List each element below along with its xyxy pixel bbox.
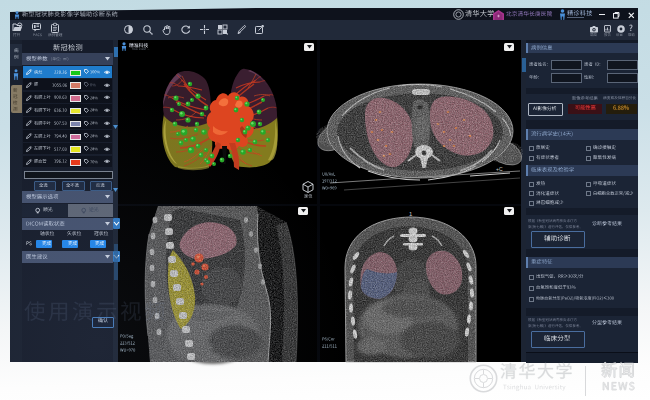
svg-text:+C: +C (496, 166, 503, 172)
